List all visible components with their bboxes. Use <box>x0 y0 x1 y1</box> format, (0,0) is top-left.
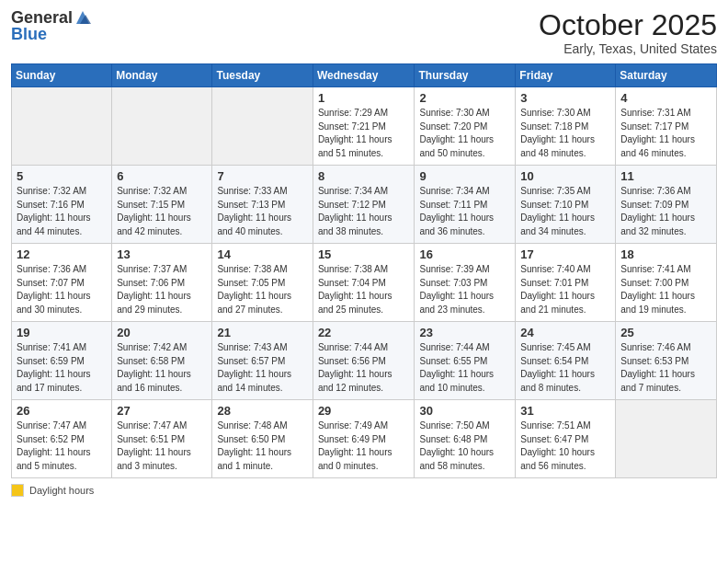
page-container: General Blue October 2025 Early, Texas, … <box>0 0 728 506</box>
day-info: Sunrise: 7:47 AMSunset: 6:52 PMDaylight:… <box>17 419 107 473</box>
day-info: Sunrise: 7:31 AMSunset: 7:17 PMDaylight:… <box>620 107 711 160</box>
day-number: 11 <box>620 169 711 183</box>
day-number: 19 <box>17 326 107 339</box>
day-info: Sunrise: 7:48 AMSunset: 6:50 PMDaylight:… <box>217 419 307 473</box>
calendar-cell: 28Sunrise: 7:48 AMSunset: 6:50 PMDayligh… <box>212 400 313 478</box>
day-number: 24 <box>520 326 610 339</box>
day-info: Sunrise: 7:47 AMSunset: 6:51 PMDaylight:… <box>117 419 207 473</box>
day-number: 12 <box>17 247 107 261</box>
weekday-header-sunday: Sunday <box>12 64 112 87</box>
calendar-table: SundayMondayTuesdayWednesdayThursdayFrid… <box>11 63 717 478</box>
calendar-cell <box>212 87 313 166</box>
calendar-cell: 29Sunrise: 7:49 AMSunset: 6:49 PMDayligh… <box>313 400 415 478</box>
legend: Daylight hours <box>11 484 717 497</box>
day-number: 23 <box>419 326 510 339</box>
calendar-week-row: 12Sunrise: 7:36 AMSunset: 7:07 PMDayligh… <box>12 244 717 322</box>
day-info: Sunrise: 7:29 AMSunset: 7:21 PMDaylight:… <box>318 107 410 160</box>
day-info: Sunrise: 7:41 AMSunset: 6:59 PMDaylight:… <box>17 341 107 395</box>
calendar-cell: 8Sunrise: 7:34 AMSunset: 7:12 PMDaylight… <box>313 166 415 244</box>
day-info: Sunrise: 7:30 AMSunset: 7:18 PMDaylight:… <box>520 107 610 160</box>
day-info: Sunrise: 7:40 AMSunset: 7:01 PMDaylight:… <box>520 263 610 316</box>
day-info: Sunrise: 7:32 AMSunset: 7:16 PMDaylight:… <box>17 185 107 238</box>
calendar-week-row: 5Sunrise: 7:32 AMSunset: 7:16 PMDaylight… <box>12 166 717 244</box>
calendar-cell: 4Sunrise: 7:31 AMSunset: 7:17 PMDaylight… <box>616 87 717 166</box>
calendar-cell: 30Sunrise: 7:50 AMSunset: 6:48 PMDayligh… <box>415 400 516 478</box>
day-info: Sunrise: 7:37 AMSunset: 7:06 PMDaylight:… <box>117 263 207 316</box>
day-number: 25 <box>620 326 711 339</box>
day-number: 20 <box>117 326 207 339</box>
calendar-cell: 14Sunrise: 7:38 AMSunset: 7:05 PMDayligh… <box>212 244 313 322</box>
calendar-cell: 19Sunrise: 7:41 AMSunset: 6:59 PMDayligh… <box>12 322 112 400</box>
location-title: Early, Texas, United States <box>539 41 717 56</box>
day-info: Sunrise: 7:49 AMSunset: 6:49 PMDaylight:… <box>318 419 410 473</box>
calendar-week-row: 26Sunrise: 7:47 AMSunset: 6:52 PMDayligh… <box>12 400 717 478</box>
weekday-header-saturday: Saturday <box>616 64 717 87</box>
day-number: 27 <box>117 404 207 418</box>
title-block: October 2025 Early, Texas, United States <box>539 9 717 56</box>
day-info: Sunrise: 7:39 AMSunset: 7:03 PMDaylight:… <box>419 263 510 316</box>
day-info: Sunrise: 7:36 AMSunset: 7:09 PMDaylight:… <box>620 185 711 238</box>
day-number: 1 <box>318 91 410 105</box>
day-info: Sunrise: 7:46 AMSunset: 6:53 PMDaylight:… <box>620 341 711 395</box>
calendar-cell <box>12 87 112 166</box>
calendar-cell: 25Sunrise: 7:46 AMSunset: 6:53 PMDayligh… <box>616 322 717 400</box>
day-info: Sunrise: 7:33 AMSunset: 7:13 PMDaylight:… <box>217 185 307 238</box>
day-number: 31 <box>520 404 610 418</box>
calendar-cell: 31Sunrise: 7:51 AMSunset: 6:47 PMDayligh… <box>516 400 616 478</box>
day-info: Sunrise: 7:44 AMSunset: 6:55 PMDaylight:… <box>419 341 510 395</box>
weekday-header-monday: Monday <box>112 64 212 87</box>
calendar-cell: 21Sunrise: 7:43 AMSunset: 6:57 PMDayligh… <box>212 322 313 400</box>
day-number: 17 <box>520 247 610 261</box>
calendar-cell: 18Sunrise: 7:41 AMSunset: 7:00 PMDayligh… <box>616 244 717 322</box>
day-number: 16 <box>419 247 510 261</box>
calendar-cell: 1Sunrise: 7:29 AMSunset: 7:21 PMDaylight… <box>313 87 415 166</box>
day-info: Sunrise: 7:30 AMSunset: 7:20 PMDaylight:… <box>419 107 510 160</box>
legend-label: Daylight hours <box>29 485 94 496</box>
weekday-header-friday: Friday <box>516 64 616 87</box>
calendar-cell: 16Sunrise: 7:39 AMSunset: 7:03 PMDayligh… <box>415 244 516 322</box>
logo-icon <box>74 9 91 26</box>
day-info: Sunrise: 7:34 AMSunset: 7:11 PMDaylight:… <box>419 185 510 238</box>
day-info: Sunrise: 7:35 AMSunset: 7:10 PMDaylight:… <box>520 185 610 238</box>
logo-blue-text: Blue <box>11 26 91 42</box>
day-number: 6 <box>117 169 207 183</box>
day-number: 7 <box>217 169 307 183</box>
calendar-cell: 20Sunrise: 7:42 AMSunset: 6:58 PMDayligh… <box>112 322 212 400</box>
calendar-cell: 3Sunrise: 7:30 AMSunset: 7:18 PMDaylight… <box>516 87 616 166</box>
day-info: Sunrise: 7:38 AMSunset: 7:04 PMDaylight:… <box>318 263 410 316</box>
day-number: 30 <box>419 404 510 418</box>
calendar-cell: 13Sunrise: 7:37 AMSunset: 7:06 PMDayligh… <box>112 244 212 322</box>
weekday-header-wednesday: Wednesday <box>313 64 415 87</box>
calendar-cell: 12Sunrise: 7:36 AMSunset: 7:07 PMDayligh… <box>12 244 112 322</box>
day-number: 22 <box>318 326 410 339</box>
calendar-cell: 15Sunrise: 7:38 AMSunset: 7:04 PMDayligh… <box>313 244 415 322</box>
day-info: Sunrise: 7:45 AMSunset: 6:54 PMDaylight:… <box>520 341 610 395</box>
calendar-cell <box>112 87 212 166</box>
calendar-cell: 9Sunrise: 7:34 AMSunset: 7:11 PMDaylight… <box>415 166 516 244</box>
day-info: Sunrise: 7:34 AMSunset: 7:12 PMDaylight:… <box>318 185 410 238</box>
calendar-cell: 26Sunrise: 7:47 AMSunset: 6:52 PMDayligh… <box>12 400 112 478</box>
day-number: 4 <box>620 91 711 105</box>
weekday-header-tuesday: Tuesday <box>212 64 313 87</box>
day-number: 13 <box>117 247 207 261</box>
day-number: 5 <box>17 169 107 183</box>
calendar-cell: 17Sunrise: 7:40 AMSunset: 7:01 PMDayligh… <box>516 244 616 322</box>
day-number: 9 <box>419 169 510 183</box>
day-number: 3 <box>520 91 610 105</box>
day-info: Sunrise: 7:43 AMSunset: 6:57 PMDaylight:… <box>217 341 307 395</box>
day-number: 21 <box>217 326 307 339</box>
day-number: 15 <box>318 247 410 261</box>
weekday-header-thursday: Thursday <box>415 64 516 87</box>
day-info: Sunrise: 7:44 AMSunset: 6:56 PMDaylight:… <box>318 341 410 395</box>
calendar-cell: 10Sunrise: 7:35 AMSunset: 7:10 PMDayligh… <box>516 166 616 244</box>
day-info: Sunrise: 7:42 AMSunset: 6:58 PMDaylight:… <box>117 341 207 395</box>
day-number: 28 <box>217 404 307 418</box>
day-number: 18 <box>620 247 711 261</box>
calendar-cell: 24Sunrise: 7:45 AMSunset: 6:54 PMDayligh… <box>516 322 616 400</box>
day-info: Sunrise: 7:50 AMSunset: 6:48 PMDaylight:… <box>419 419 510 473</box>
calendar-cell: 23Sunrise: 7:44 AMSunset: 6:55 PMDayligh… <box>415 322 516 400</box>
weekday-header-row: SundayMondayTuesdayWednesdayThursdayFrid… <box>12 64 717 87</box>
day-number: 14 <box>217 247 307 261</box>
logo-general-text: General <box>11 9 73 26</box>
calendar-cell: 5Sunrise: 7:32 AMSunset: 7:16 PMDaylight… <box>12 166 112 244</box>
